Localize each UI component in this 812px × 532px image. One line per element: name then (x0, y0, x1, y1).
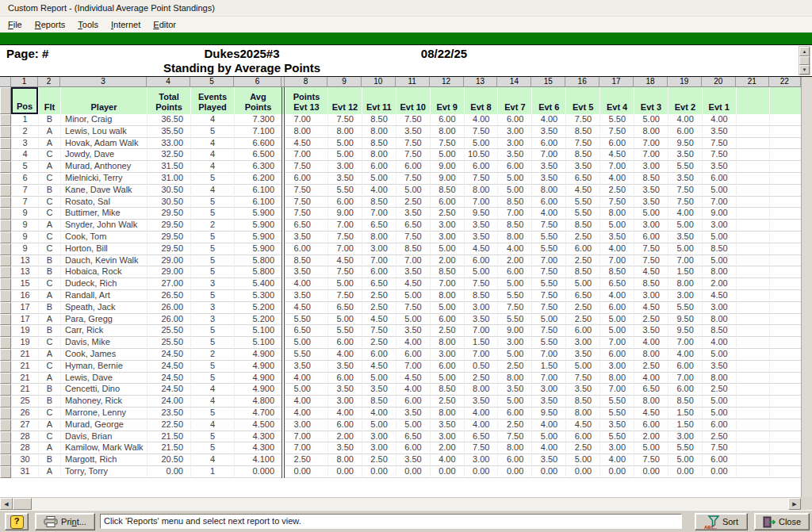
grid-cell[interactable]: 3.00 (702, 220, 736, 232)
grid-cell[interactable]: 4.50 (362, 314, 396, 326)
grid-cell[interactable]: 0.00 (464, 466, 498, 478)
grid-cell[interactable] (736, 373, 769, 385)
column-number[interactable]: 10 (362, 77, 396, 87)
grid-cell[interactable] (736, 419, 769, 431)
grid-cell[interactable]: 0.00 (147, 466, 190, 478)
grid-cell[interactable]: 5.00 (497, 173, 531, 185)
grid-cell[interactable]: 4 (190, 161, 234, 173)
grid-cell[interactable]: 8.00 (464, 384, 498, 396)
grid-cell[interactable]: 13 (11, 255, 38, 267)
grid-cell[interactable]: 5.00 (668, 243, 702, 255)
grid-cell[interactable] (736, 408, 769, 419)
grid-cell[interactable]: 6.50 (634, 384, 668, 396)
grid-cell[interactable]: 4.00 (599, 243, 634, 255)
grid-cell[interactable]: 4.700 (234, 408, 282, 419)
grid-cell[interactable]: 30 (11, 454, 38, 466)
grid-cell[interactable] (736, 384, 769, 396)
grid-cell[interactable]: 4.00 (285, 408, 327, 419)
grid-cell[interactable]: 5 (190, 255, 234, 267)
grid-cell[interactable]: 4.00 (430, 454, 464, 466)
grid-cell[interactable]: 5 (190, 266, 234, 278)
grid-cell[interactable]: 8.00 (668, 278, 702, 290)
grid-cell[interactable]: 6.00 (668, 361, 702, 373)
grid-cell[interactable]: 0.00 (531, 466, 565, 478)
grid-cell[interactable]: 0.00 (565, 466, 599, 478)
grid-cell[interactable]: 5 (190, 232, 234, 243)
column-header[interactable]: Evt 5 (565, 87, 599, 114)
grid-cell[interactable]: 5.50 (531, 232, 565, 243)
grid-cell[interactable]: 5.50 (599, 114, 634, 126)
grid-cell[interactable]: 5.50 (327, 325, 362, 337)
grid-cell[interactable]: Randall, Art (60, 290, 147, 302)
grid-cell[interactable]: 9 (11, 208, 38, 220)
grid-cell[interactable]: Kamilow, Mark Walk (60, 442, 147, 454)
scroll-right-button[interactable]: ▶ (788, 498, 801, 510)
grid-cell[interactable]: 6.00 (464, 161, 498, 173)
grid-cell[interactable]: 4.00 (464, 419, 498, 431)
column-number[interactable]: 11 (396, 77, 430, 87)
grid-cell[interactable]: 32.50 (147, 149, 190, 161)
grid-cell[interactable]: 3.50 (396, 325, 430, 337)
grid-cell[interactable]: 30.50 (147, 197, 190, 209)
grid-cell[interactable]: 5.00 (362, 173, 396, 185)
row-header[interactable] (0, 208, 11, 220)
grid-cell[interactable]: 2 (190, 349, 234, 361)
grid-cell[interactable]: B (38, 302, 60, 314)
grid-cell[interactable]: 5 (190, 243, 234, 255)
grid-cell[interactable]: 5.50 (285, 314, 327, 326)
grid-cell[interactable]: 8.00 (362, 232, 396, 243)
grid-cell[interactable] (736, 149, 769, 161)
grid-cell[interactable]: Davis, Brian (60, 431, 147, 443)
grid-cell[interactable]: C (38, 431, 60, 443)
grid-cell[interactable]: 6.00 (396, 349, 430, 361)
grid-cell[interactable]: 6.00 (285, 173, 327, 185)
grid-cell[interactable]: 7.50 (464, 126, 498, 138)
grid-cell[interactable]: 2.50 (497, 361, 531, 373)
grid-cell[interactable]: 5.00 (599, 325, 634, 337)
grid-cell[interactable] (769, 114, 801, 126)
grid-cell[interactable]: 24.50 (147, 349, 190, 361)
grid-cell[interactable]: 3.00 (531, 384, 565, 396)
grid-cell[interactable]: 4.00 (634, 373, 668, 385)
grid-cell[interactable]: 4.50 (285, 302, 327, 314)
grid-cell[interactable]: 5.00 (497, 396, 531, 408)
grid-cell[interactable]: 5.00 (327, 149, 362, 161)
grid-cell[interactable]: Dauch, Kevin Walk (60, 255, 147, 267)
grid-cell[interactable]: 5.00 (327, 138, 362, 150)
grid-cell[interactable]: 6.00 (497, 408, 531, 419)
grid-cell[interactable]: 26 (11, 408, 38, 419)
row-header[interactable] (0, 87, 11, 114)
grid-cell[interactable]: 3.50 (327, 442, 362, 454)
grid-cell[interactable]: 7.50 (362, 325, 396, 337)
grid-cell[interactable]: 2.00 (430, 442, 464, 454)
grid-cell[interactable]: 7.00 (327, 220, 362, 232)
grid-cell[interactable]: 7.00 (327, 243, 362, 255)
grid-cell[interactable]: 5 (190, 290, 234, 302)
grid-cell[interactable]: 8.00 (430, 337, 464, 349)
grid-cell[interactable]: 8.00 (430, 408, 464, 419)
grid-cell[interactable]: Speath, Jack (60, 302, 147, 314)
grid-cell[interactable]: 6.50 (362, 278, 396, 290)
grid-cell[interactable]: Murad, George (60, 419, 147, 431)
column-number[interactable]: 19 (668, 77, 702, 87)
grid-cell[interactable]: 0.00 (497, 466, 531, 478)
grid-cell[interactable]: 7.00 (531, 373, 565, 385)
grid-cell[interactable]: A (38, 314, 60, 326)
grid-cell[interactable]: 2.50 (464, 373, 498, 385)
hscroll-thumb[interactable] (13, 498, 32, 510)
grid-cell[interactable]: 1.50 (531, 361, 565, 373)
grid-cell[interactable]: 2.50 (565, 302, 599, 314)
grid-cell[interactable]: 7.50 (464, 442, 498, 454)
column-header[interactable]: Evt 9 (430, 87, 464, 114)
grid-cell[interactable]: 7.00 (634, 138, 668, 150)
column-header[interactable] (769, 87, 801, 114)
grid-cell[interactable]: 8.00 (599, 208, 634, 220)
column-header[interactable]: Pos (11, 87, 38, 114)
grid-cell[interactable]: 6.50 (285, 220, 327, 232)
row-header[interactable] (0, 138, 11, 150)
grid-cell[interactable]: 5.00 (599, 220, 634, 232)
grid-cell[interactable]: 7.00 (464, 349, 498, 361)
grid-cell[interactable]: 2.00 (430, 255, 464, 267)
grid-cell[interactable] (736, 442, 769, 454)
grid-cell[interactable]: 5.00 (362, 419, 396, 431)
